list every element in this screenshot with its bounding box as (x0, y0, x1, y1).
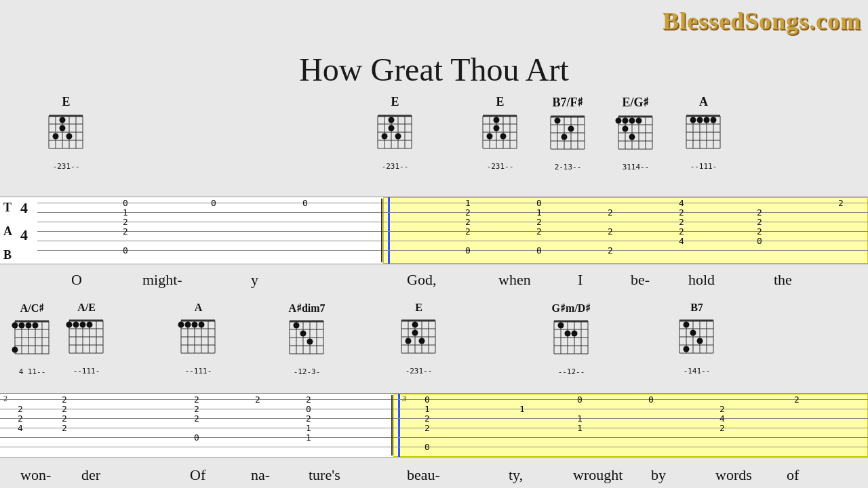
lyric-word: y (251, 271, 258, 289)
lyric-word: might- (142, 271, 182, 289)
lyric-word-2: wrought (573, 466, 623, 484)
tab-section-1: T A B 4 4 012200012220012202224222422202 (0, 197, 868, 264)
svg-point-58 (561, 134, 568, 140)
svg-point-70 (616, 118, 622, 124)
svg-point-44 (500, 134, 507, 140)
svg-point-73 (636, 118, 642, 124)
lyric-word-2: words (715, 466, 752, 484)
lyric-word: be- (631, 271, 650, 289)
svg-point-164 (406, 338, 412, 344)
svg-point-148 (294, 323, 300, 329)
svg-point-163 (412, 330, 418, 336)
svg-point-106 (12, 347, 18, 353)
svg-point-26 (389, 117, 395, 123)
chord-diagram2-A_C_: A/C♯4 11-- (7, 302, 58, 376)
tab-label: T A B (3, 201, 12, 262)
time-signature: 4 4 (20, 201, 28, 243)
song-title: How Great Thou Art (0, 51, 868, 88)
svg-point-89 (704, 117, 710, 123)
svg-point-90 (711, 117, 717, 123)
svg-point-74 (623, 126, 629, 132)
bar-line-2 (391, 395, 393, 455)
measure-2: 2 (3, 394, 7, 404)
chord-row-2: A/C♯4 11--A/E--111-A--111-A♯dim7-12-3-E-… (0, 302, 868, 396)
chord-diagram-E_G_: E/G♯3114-- (610, 95, 661, 171)
lyric-word: O (71, 271, 82, 289)
chord-diagram2-A_dim7: A♯dim7-12-3- (281, 302, 332, 376)
svg-point-102 (12, 323, 18, 329)
svg-point-192 (690, 330, 696, 336)
svg-point-177 (558, 323, 564, 329)
lyric-word-2: der (81, 466, 100, 484)
svg-point-135 (192, 322, 198, 328)
svg-point-71 (623, 118, 629, 124)
svg-point-193 (697, 338, 703, 344)
chord-diagram-E: E-231-- (475, 95, 526, 171)
svg-point-87 (690, 117, 696, 123)
lyric-word-2: beau- (407, 466, 440, 484)
logo: BlessedSongs.com (663, 7, 861, 35)
svg-point-121 (87, 322, 93, 328)
chord-diagram-B7_F_: B7/F♯2-13-- (542, 95, 593, 171)
lyric-word-2: by (651, 466, 666, 484)
svg-point-162 (412, 322, 418, 328)
svg-point-178 (565, 331, 571, 337)
svg-point-27 (389, 125, 395, 131)
svg-point-133 (178, 322, 184, 328)
svg-point-72 (629, 118, 635, 124)
lyric-word-2: ty, (509, 466, 523, 484)
svg-point-191 (684, 322, 690, 328)
tab-section-2: 2242222222022021101220101102422 2 3 (0, 393, 868, 458)
chord-diagram2-G_m_D_: G♯m/D♯--12-- (546, 302, 597, 376)
lyric-word: the (774, 271, 792, 289)
svg-point-103 (19, 323, 25, 329)
lyric-word-2: won- (20, 466, 51, 484)
svg-point-119 (73, 322, 79, 328)
bar-line-1 (381, 199, 382, 262)
svg-point-75 (629, 134, 635, 140)
svg-point-29 (395, 134, 401, 140)
svg-point-42 (494, 125, 500, 131)
svg-point-56 (555, 118, 561, 124)
lyric-word-2: na- (251, 466, 270, 484)
svg-point-14 (66, 134, 73, 140)
lyric-word: God, (407, 271, 436, 289)
svg-point-150 (307, 339, 313, 345)
lyric-word: I (578, 271, 583, 289)
chord-diagram-A: A--111- (678, 95, 729, 171)
lyric-word-2: ture's (309, 466, 340, 484)
chord-diagram2-A: A--111- (173, 302, 224, 375)
svg-point-41 (494, 117, 500, 123)
lyric-word: when (498, 271, 531, 289)
svg-point-165 (419, 338, 425, 344)
chord-diagram-E: E-231-- (41, 95, 92, 171)
svg-point-118 (66, 322, 73, 328)
chord-diagram2-E: E-231-- (393, 302, 444, 375)
chord-row-1: E-231--E-231--E-231--B7/F♯2-13--E/G♯3114… (0, 95, 868, 197)
measure-3: 3 (402, 394, 406, 404)
chord-diagram2-B7: B7-141-- (671, 302, 722, 375)
svg-point-134 (185, 322, 191, 328)
svg-point-12 (60, 125, 66, 131)
lyric-word-2: of (787, 466, 799, 484)
svg-point-88 (697, 117, 703, 123)
lyric-word: hold (688, 271, 715, 289)
svg-point-104 (26, 323, 32, 329)
svg-point-105 (33, 323, 39, 329)
chord-diagram2-A_E: A/E--111- (61, 302, 112, 375)
svg-point-136 (199, 322, 205, 328)
svg-point-28 (382, 134, 388, 140)
svg-point-57 (568, 126, 574, 132)
svg-point-13 (53, 134, 59, 140)
svg-point-149 (300, 331, 307, 337)
svg-point-11 (60, 117, 66, 123)
svg-point-179 (572, 331, 578, 337)
svg-point-120 (80, 322, 86, 328)
svg-point-43 (487, 134, 493, 140)
chord-diagram-E: E-231-- (370, 95, 420, 171)
lyric-word-2: Of (190, 466, 205, 484)
svg-point-194 (684, 346, 690, 352)
